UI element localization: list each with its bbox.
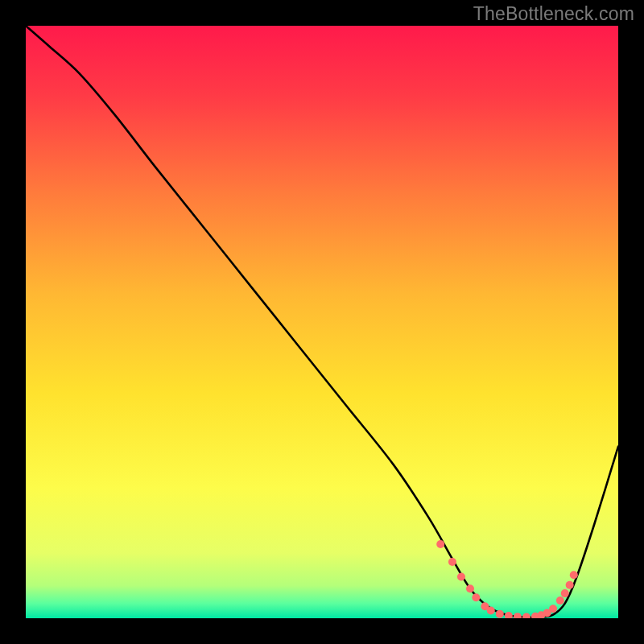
highlight-point bbox=[472, 593, 480, 601]
chart-frame: TheBottleneck.com bbox=[0, 0, 644, 644]
highlight-point bbox=[496, 610, 504, 618]
highlight-point bbox=[566, 581, 574, 589]
plot-area bbox=[26, 26, 618, 618]
highlight-point bbox=[466, 584, 474, 592]
highlight-point bbox=[549, 605, 557, 613]
highlight-point bbox=[448, 558, 456, 566]
highlight-point bbox=[457, 572, 465, 580]
highlight-point bbox=[556, 597, 564, 605]
highlight-point bbox=[436, 540, 444, 548]
watermark-text: TheBottleneck.com bbox=[473, 3, 634, 25]
chart-svg bbox=[26, 26, 618, 618]
highlight-point bbox=[570, 571, 578, 579]
highlight-point bbox=[487, 606, 495, 614]
highlight-point bbox=[561, 589, 569, 597]
